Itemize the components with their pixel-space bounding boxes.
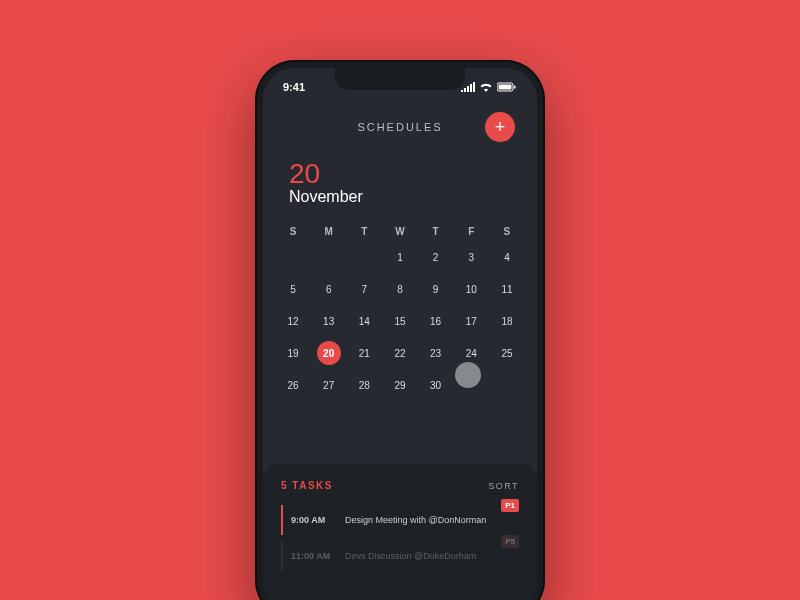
calendar-day[interactable]: 3 [459, 245, 483, 269]
phone-frame: 9:41 SCHEDULES + 20 November [255, 60, 545, 600]
weekday-label: W [388, 226, 412, 237]
svg-rect-2 [514, 86, 516, 89]
weekday-label: F [459, 226, 483, 237]
calendar-day[interactable]: 26 [281, 373, 305, 397]
page-title: SCHEDULES [315, 121, 485, 133]
date-display: 20 November [263, 148, 537, 214]
calendar-day[interactable] [459, 373, 483, 397]
calendar-day[interactable]: 21 [352, 341, 376, 365]
calendar-row: 1 2 3 4 [281, 245, 519, 269]
add-button[interactable]: + [485, 112, 515, 142]
calendar-day-selected[interactable]: 20 [317, 341, 341, 365]
status-indicators [461, 82, 517, 92]
weekday-label: M [317, 226, 341, 237]
date-day: 20 [289, 158, 511, 190]
calendar-day[interactable]: 23 [424, 341, 448, 365]
battery-icon [497, 82, 517, 92]
calendar-day[interactable]: 1 [388, 245, 412, 269]
calendar-day[interactable]: 17 [459, 309, 483, 333]
wifi-icon [479, 82, 493, 92]
task-item[interactable]: 9:00 AM Design Meeting with @DonNorman P… [281, 505, 519, 535]
calendar-row: 5 6 7 8 9 10 11 [281, 277, 519, 301]
task-time: 11:00 AM [291, 551, 335, 561]
date-month: November [289, 188, 511, 206]
calendar-day[interactable]: 12 [281, 309, 305, 333]
calendar-day[interactable]: 18 [495, 309, 519, 333]
weekday-label: S [495, 226, 519, 237]
calendar-day[interactable]: 27 [317, 373, 341, 397]
calendar-day[interactable]: 28 [352, 373, 376, 397]
task-description: Design Meeting with @DonNorman [345, 515, 519, 525]
calendar-day[interactable]: 29 [388, 373, 412, 397]
calendar-day[interactable]: 11 [495, 277, 519, 301]
notch [335, 68, 465, 90]
calendar-row: 19 20 21 22 23 24 25 [281, 341, 519, 365]
calendar-day[interactable]: 4 [495, 245, 519, 269]
weekday-label: S [281, 226, 305, 237]
calendar-day[interactable]: 10 [459, 277, 483, 301]
calendar-day[interactable]: 30 [424, 373, 448, 397]
calendar-day[interactable] [352, 245, 376, 269]
status-time: 9:41 [283, 81, 305, 93]
calendar-day[interactable]: 25 [495, 341, 519, 365]
calendar-grid: S M T W T F S 1 2 3 4 5 6 7 8 [263, 214, 537, 423]
weekday-label: T [424, 226, 448, 237]
calendar-row: 12 13 14 15 16 17 18 [281, 309, 519, 333]
calendar-day[interactable]: 13 [317, 309, 341, 333]
calendar-day[interactable]: 2 [424, 245, 448, 269]
calendar-day[interactable]: 15 [388, 309, 412, 333]
calendar-day[interactable] [281, 245, 305, 269]
calendar-row: 26 27 28 29 30 [281, 373, 519, 397]
priority-badge: P1 [501, 499, 519, 512]
tasks-header: 5 TASKS SORT [281, 480, 519, 491]
calendar-day[interactable]: 7 [352, 277, 376, 301]
weekday-row: S M T W T F S [281, 226, 519, 237]
calendar-day[interactable]: 5 [281, 277, 305, 301]
calendar-day[interactable]: 24 [459, 341, 483, 365]
calendar-day[interactable]: 9 [424, 277, 448, 301]
calendar-day[interactable]: 19 [281, 341, 305, 365]
task-description: Devs Discussion @DukeDurham [345, 551, 519, 561]
sort-button[interactable]: SORT [488, 481, 519, 491]
weekday-label: T [352, 226, 376, 237]
calendar-day[interactable] [317, 245, 341, 269]
app-header: SCHEDULES + [263, 98, 537, 148]
priority-badge: P5 [501, 535, 519, 548]
tasks-count-label: 5 TASKS [281, 480, 333, 491]
calendar-day[interactable]: 16 [424, 309, 448, 333]
plus-icon: + [495, 117, 506, 138]
calendar-day[interactable] [495, 373, 519, 397]
task-time: 9:00 AM [291, 515, 335, 525]
calendar-day[interactable]: 6 [317, 277, 341, 301]
tasks-panel: 5 TASKS SORT 9:00 AM Design Meeting with… [263, 464, 537, 600]
calendar-day[interactable]: 22 [388, 341, 412, 365]
signal-icon [461, 82, 475, 92]
svg-rect-1 [499, 85, 512, 90]
calendar-day[interactable]: 14 [352, 309, 376, 333]
task-item[interactable]: 11:00 AM Devs Discussion @DukeDurham P5 [281, 541, 519, 571]
screen: 9:41 SCHEDULES + 20 November [263, 68, 537, 600]
calendar-day[interactable]: 8 [388, 277, 412, 301]
